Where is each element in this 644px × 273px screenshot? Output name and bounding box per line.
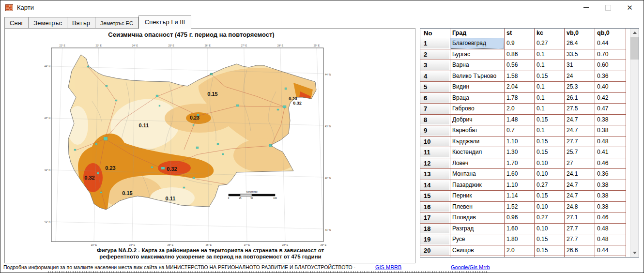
cell[interactable]: Велико Търново — [450, 71, 505, 82]
row-header[interactable]: 2 — [420, 49, 450, 61]
cell[interactable]: 33.5 — [565, 49, 595, 61]
cell[interactable]: Свищов — [450, 245, 505, 257]
row-header[interactable]: 12 — [420, 158, 450, 169]
cell[interactable]: 1.60 — [505, 169, 535, 180]
cell[interactable]: 1.30 — [505, 147, 535, 158]
cell[interactable]: 0.42 — [595, 93, 626, 104]
column-header-4[interactable]: kc — [535, 29, 565, 38]
cell[interactable]: 26.4 — [565, 38, 595, 49]
close-button[interactable]: ✕ — [619, 1, 641, 15]
cell[interactable]: 24.1 — [565, 169, 595, 180]
cell[interactable]: 0.38 — [595, 180, 626, 191]
cell[interactable]: Габрово — [450, 104, 505, 115]
cell[interactable]: Бургас — [450, 49, 505, 61]
column-header-1[interactable]: No — [420, 29, 450, 38]
column-header-2[interactable]: Град — [450, 29, 505, 38]
cell[interactable]: Перник — [450, 191, 505, 202]
cell[interactable]: 0.60 — [595, 60, 626, 71]
cell[interactable]: 0.38 — [595, 202, 626, 213]
cell[interactable]: 0.1 — [535, 93, 565, 104]
cell[interactable]: Благоевград — [450, 38, 505, 49]
cell[interactable]: 0.70 — [595, 49, 626, 61]
cell[interactable]: 0.48 — [595, 136, 626, 148]
column-header-6[interactable]: qb,0 — [595, 29, 626, 38]
cell[interactable]: 24.7 — [565, 191, 595, 202]
vertical-scrollbar[interactable] — [630, 29, 639, 257]
cell[interactable]: 31 — [565, 60, 595, 71]
cell[interactable]: 0.1 — [535, 104, 565, 115]
cell[interactable]: 0.9 — [505, 38, 535, 49]
cell[interactable]: 0.10 — [535, 202, 565, 213]
cell[interactable]: 0.10 — [535, 158, 565, 169]
row-header[interactable]: 16 — [420, 202, 450, 213]
scroll-down-button[interactable] — [630, 249, 639, 257]
tab-5[interactable]: Спектър I и III — [138, 15, 191, 29]
cell[interactable]: 0.40 — [595, 82, 626, 93]
cell[interactable]: 0.48 — [595, 234, 626, 245]
cell[interactable]: 0.7 — [505, 125, 535, 136]
row-header[interactable]: 4 — [420, 71, 450, 82]
cell[interactable]: 1.78 — [505, 93, 535, 104]
cell[interactable]: 0.41 — [595, 147, 626, 158]
tab-4[interactable]: Земетръс ЕС — [95, 17, 138, 29]
cell[interactable]: 1.80 — [505, 234, 535, 245]
cell[interactable]: 27.5 — [565, 104, 595, 115]
cell[interactable]: Кюстендил — [450, 147, 505, 158]
cell[interactable]: 0.1 — [535, 60, 565, 71]
tab-1[interactable]: Сняг — [4, 17, 29, 29]
cell[interactable]: 24.7 — [565, 115, 595, 126]
cell[interactable]: 1.70 — [505, 158, 535, 169]
cell[interactable]: 0.15 — [535, 115, 565, 126]
row-header[interactable]: 6 — [420, 93, 450, 104]
cell[interactable]: 0.1 — [535, 82, 565, 93]
row-header[interactable]: 20 — [420, 245, 450, 257]
row-header[interactable]: 19 — [420, 234, 450, 245]
cell[interactable]: 24 — [565, 71, 595, 82]
tab-3[interactable]: Вятър — [67, 17, 95, 29]
cell[interactable]: 0.47 — [595, 104, 626, 115]
row-header[interactable]: 11 — [420, 147, 450, 158]
scrollbar-thumb[interactable] — [630, 37, 639, 60]
maximize-button[interactable] — [597, 1, 619, 15]
cell[interactable]: 0.48 — [595, 224, 626, 235]
cell[interactable]: 0.46 — [595, 158, 626, 169]
cell[interactable]: 27.7 — [565, 136, 595, 148]
cell[interactable]: Русе — [450, 234, 505, 245]
cell[interactable]: Добрич — [450, 115, 505, 126]
cell[interactable]: 26.6 — [565, 245, 595, 257]
cell[interactable]: 25.3 — [565, 82, 595, 93]
cell[interactable]: 0.10 — [535, 224, 565, 235]
tab-2[interactable]: Земетръс — [29, 17, 67, 29]
cell[interactable]: 0.38 — [595, 191, 626, 202]
cell[interactable]: 1.58 — [505, 71, 535, 82]
cell[interactable]: Монтана — [450, 169, 505, 180]
cell[interactable]: 0.96 — [505, 212, 535, 224]
row-header[interactable]: 13 — [420, 169, 450, 180]
cell[interactable]: 1.52 — [505, 202, 535, 213]
cell[interactable]: 27.7 — [565, 224, 595, 235]
cell[interactable]: 0.10 — [535, 169, 565, 180]
cell[interactable]: 0.46 — [595, 212, 626, 224]
cell[interactable]: Кърджали — [450, 136, 505, 148]
cell[interactable]: 26.1 — [565, 93, 595, 104]
row-header[interactable]: 7 — [420, 104, 450, 115]
cell[interactable]: 0.15 — [535, 191, 565, 202]
cell[interactable]: Видин — [450, 82, 505, 93]
cell[interactable]: 0.1 — [535, 49, 565, 61]
cell[interactable]: 27.1 — [565, 212, 595, 224]
row-header[interactable]: 17 — [420, 212, 450, 224]
cell[interactable]: 25.7 — [565, 147, 595, 158]
cell[interactable]: 0.27 — [535, 212, 565, 224]
row-header[interactable]: 9 — [420, 125, 450, 136]
cell[interactable]: 0.15 — [535, 234, 565, 245]
cell[interactable]: 1.10 — [505, 180, 535, 191]
gis-mrrb-link[interactable]: GIS MRRB — [375, 264, 401, 270]
row-header[interactable]: 14 — [420, 180, 450, 191]
cell[interactable]: 1.48 — [505, 115, 535, 126]
cell[interactable]: 0.86 — [505, 49, 535, 61]
cell[interactable]: 0.27 — [535, 38, 565, 49]
cell[interactable]: 0.1 — [535, 125, 565, 136]
cell[interactable]: 0.15 — [535, 136, 565, 148]
cell[interactable]: 0.44 — [595, 38, 626, 49]
cell[interactable]: 27.7 — [565, 234, 595, 245]
